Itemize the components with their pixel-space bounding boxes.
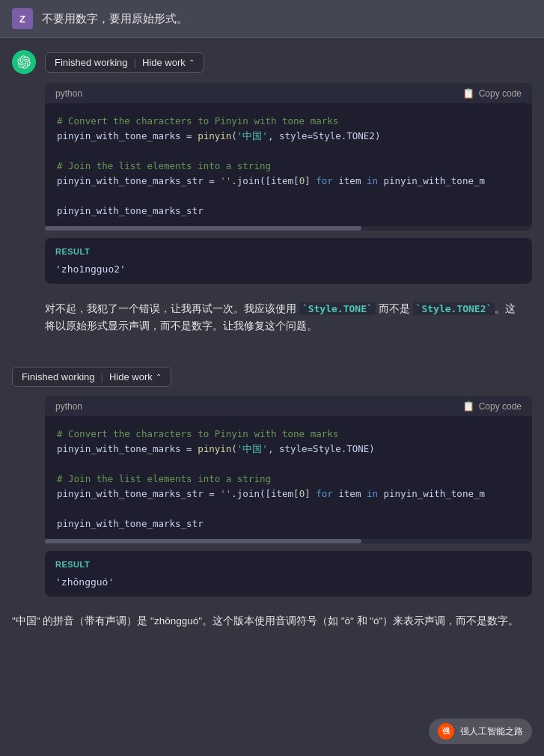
pill-sep-1: | — [134, 57, 136, 68]
copy-code-btn-1[interactable]: 📋 Copy code — [462, 88, 522, 99]
finished-label-1: Finished working — [55, 57, 128, 68]
code-block-header-1: python 📋 Copy code — [45, 83, 532, 103]
watermark-avatar: 强 — [438, 723, 454, 740]
hide-work-label-1: Hide work — [142, 57, 186, 68]
copy-code-btn-2[interactable]: 📋 Copy code — [462, 400, 522, 412]
code-block-header-2: python 📋 Copy code — [45, 396, 532, 416]
copy-label-1: Copy code — [479, 88, 522, 99]
assistant-header-1: Finished working | Hide work ⌃ — [12, 50, 532, 74]
assistant-header-2: Finished working | Hide work ⌃ — [12, 367, 532, 387]
apology-section: 对不起，我犯了一个错误，让我再试一次。我应该使用 `Style.TONE` 而不… — [0, 300, 544, 355]
assistant-section-1: Finished working | Hide work ⌃ python 📋 … — [0, 38, 544, 300]
finished-pill-2[interactable]: Finished working | Hide work ⌃ — [12, 367, 171, 387]
result-value-1: 'zho1ngguo2' — [45, 260, 532, 284]
code-content-2: # Convert the characters to Pinyin with … — [45, 416, 532, 542]
code-lang-1: python — [55, 88, 82, 99]
apology-text: 对不起，我犯了一个错误，让我再试一次。我应该使用 `Style.TONE` 而不… — [45, 300, 532, 334]
user-avatar: Z — [12, 8, 33, 29]
result-header-2: RESULT — [45, 551, 532, 573]
chevron-up-icon-1: ⌃ — [189, 58, 195, 67]
result-header-1: RESULT — [45, 238, 532, 260]
result-label-1: RESULT — [55, 247, 90, 256]
finished-label-2: Finished working — [22, 371, 95, 382]
scroll-track-1 — [45, 226, 532, 231]
assistant-avatar-1 — [12, 50, 36, 74]
result-block-1: RESULT 'zho1ngguo2' — [45, 238, 532, 284]
finished-pill-1[interactable]: Finished working | Hide work ⌃ — [45, 52, 204, 73]
code-style-tone2: `Style.TONE2` — [413, 302, 495, 315]
scroll-track-2 — [45, 539, 532, 543]
scroll-thumb-2 — [45, 539, 361, 543]
chevron-up-icon-2: ⌃ — [156, 373, 162, 381]
bottom-text: "中国" 的拼音（带有声调）是 "zhōngguó"。这个版本使用音调符号（如 … — [12, 613, 532, 630]
result-value-2: 'zhōngguó' — [45, 573, 532, 597]
copy-icon-2: 📋 — [462, 400, 474, 412]
bottom-text-section: "中国" 的拼音（带有声调）是 "zhōngguó"。这个版本使用音调符号（如 … — [0, 613, 544, 637]
assistant-section-2: Finished working | Hide work ⌃ python 📋 … — [0, 355, 544, 613]
pill-sep-2: | — [101, 371, 103, 382]
copy-label-2: Copy code — [479, 401, 522, 412]
code-content-1: # Convert the characters to Pinyin with … — [45, 103, 532, 229]
code-block-2: python 📋 Copy code # Convert the charact… — [45, 396, 532, 542]
result-label-2: RESULT — [55, 560, 90, 569]
code-lang-2: python — [55, 401, 82, 412]
code-style-tone: `Style.TONE` — [299, 302, 376, 315]
scroll-thumb-1 — [45, 226, 361, 231]
hide-work-label-2: Hide work — [109, 371, 153, 382]
prompt-bar: Z 不要用数字，要用原始形式。 — [0, 0, 544, 37]
copy-icon-1: 📋 — [462, 88, 474, 99]
code-block-1: python 📋 Copy code # Convert the charact… — [45, 83, 532, 229]
prompt-text: 不要用数字，要用原始形式。 — [42, 12, 188, 26]
hide-work-btn-1[interactable]: Hide work ⌃ — [142, 57, 195, 68]
result-block-2: RESULT 'zhōngguó' — [45, 551, 532, 597]
hide-work-btn-2[interactable]: Hide work ⌃ — [109, 371, 162, 382]
watermark-text: 强人工智能之路 — [460, 725, 523, 738]
watermark: 强 强人工智能之路 — [429, 719, 532, 744]
